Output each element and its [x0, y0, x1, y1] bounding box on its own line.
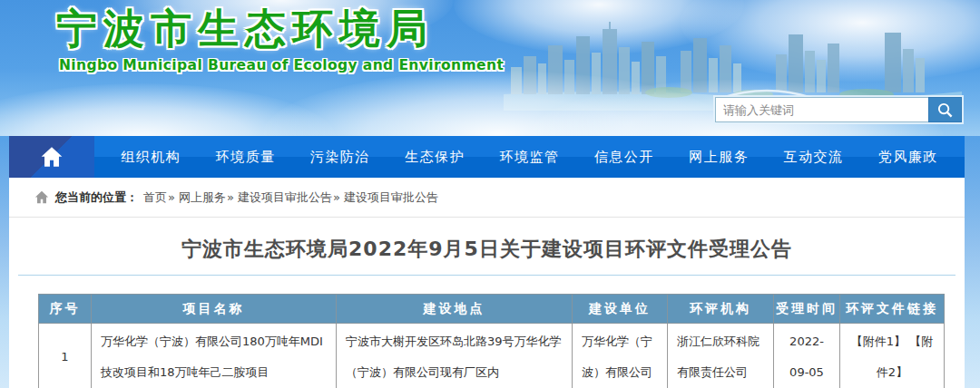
home-icon	[34, 190, 49, 204]
page-title: 宁波市生态环境局2022年9月5日关于建设项目环评文件受理公告	[9, 236, 965, 263]
eia-table: 序号 项目名称 建设地点 建设单位 环评机构 受理时间 环评文件链接 1 万华化…	[38, 294, 945, 388]
table-header-attachment: 环评文件链接	[840, 295, 945, 324]
nav-item-orgs[interactable]: 组织机构	[121, 149, 181, 166]
cell-builder: 万华化学（宁波）有限公司	[573, 324, 668, 388]
table-header-seq: 序号	[39, 295, 92, 324]
nav-item-online-services[interactable]: 网上服务	[689, 149, 749, 166]
breadcrumb-link-current[interactable]: 建设项目审批公告	[344, 189, 438, 206]
nav-item-interaction[interactable]: 互动交流	[783, 149, 843, 166]
table-header-location: 建设地点	[337, 295, 573, 324]
nav-item-party-conduct[interactable]: 党风廉政	[878, 149, 938, 166]
breadcrumb-separator: »	[227, 190, 234, 204]
site-title: 宁波市生态环境局	[56, 5, 504, 53]
cell-attachments: 【附件1】 【附件2】	[840, 324, 945, 388]
table-header-agency: 环评机构	[668, 295, 774, 324]
cell-location: 宁波市大榭开发区环岛北路39号万华化学（宁波）有限公司现有厂区内	[337, 324, 573, 388]
table-header-date: 受理时间	[774, 295, 840, 324]
nav-items: 组织机构 环境质量 污染防治 生态保护 环境监管 信息公开 网上服务 互动交流 …	[94, 136, 965, 178]
search-input[interactable]	[715, 97, 928, 122]
breadcrumb: 您当前的位置： 首页» 网上服务» 建设项目审批公告» 建设项目审批公告	[9, 178, 965, 218]
cell-seq: 1	[39, 324, 92, 388]
breadcrumb-label: 您当前的位置：	[55, 189, 138, 206]
breadcrumb-link-approval[interactable]: 建设项目审批公告	[238, 189, 332, 206]
content-panel: 您当前的位置： 首页» 网上服务» 建设项目审批公告» 建设项目审批公告 宁波市…	[9, 178, 965, 388]
site-logo: 宁波市生态环境局 Ningbo Municipal Bureau of Ecol…	[56, 5, 504, 73]
breadcrumb-separator: »	[333, 190, 340, 204]
home-icon	[40, 146, 64, 168]
cell-eia-agency: 浙江仁欣环科院有限责任公司	[668, 324, 774, 388]
nav-item-env-quality[interactable]: 环境质量	[215, 149, 275, 166]
nav-item-info-disclosure[interactable]: 信息公开	[594, 149, 654, 166]
breadcrumb-link-home[interactable]: 首页	[143, 189, 167, 206]
cell-project-name: 万华化学（宁波）有限公司180万吨年MDI技改项目和18万吨年己二胺项目	[92, 324, 337, 388]
cell-accept-date: 2022-09-05	[774, 324, 840, 388]
breadcrumb-separator: »	[168, 190, 175, 204]
nav-item-pollution-control[interactable]: 污染防治	[310, 149, 370, 166]
search-button[interactable]	[928, 97, 962, 122]
nav-item-eco-protection[interactable]: 生态保护	[405, 149, 465, 166]
site-subtitle-en: Ningbo Municipal Bureau of Ecology and E…	[56, 57, 504, 73]
nav-item-supervision[interactable]: 环境监管	[499, 149, 559, 166]
nav-home-tab[interactable]	[9, 136, 94, 178]
title-divider	[18, 275, 956, 276]
table-header-builder: 建设单位	[573, 295, 668, 324]
attachment-link-1[interactable]: 【附件1】	[851, 335, 906, 348]
breadcrumb-link-services[interactable]: 网上服务	[179, 189, 226, 206]
search-box	[713, 95, 964, 124]
table-row: 1 万华化学（宁波）有限公司180万吨年MDI技改项目和18万吨年己二胺项目 宁…	[39, 324, 945, 388]
table-header-project: 项目名称	[92, 295, 337, 324]
main-nav: 组织机构 环境质量 污染防治 生态保护 环境监管 信息公开 网上服务 互动交流 …	[9, 136, 965, 178]
table-header-row: 序号 项目名称 建设地点 建设单位 环评机构 受理时间 环评文件链接	[39, 295, 945, 324]
site-header: 宁波市生态环境局 Ningbo Municipal Bureau of Ecol…	[0, 0, 980, 136]
search-icon	[936, 102, 954, 119]
